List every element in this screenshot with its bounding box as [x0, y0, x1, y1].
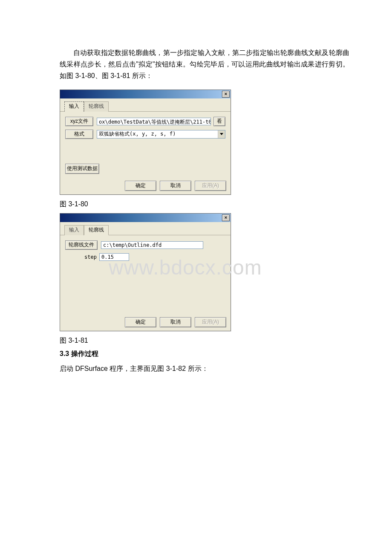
xyz-file-input[interactable]: ox\demo\TestData\等值线\逆掩断层\211-t0.dfd [97, 118, 211, 125]
tab-outline[interactable]: 轮廓线 [84, 225, 109, 235]
tab-body-outline: 轮廓线文件 c:\temp\Outline.dfd step 0.15 [60, 235, 231, 315]
chevron-down-icon[interactable] [218, 130, 225, 138]
row-step: step 0.15 [65, 253, 225, 261]
tab-input[interactable]: 输入 [64, 225, 84, 235]
tab-outline[interactable]: 轮廓线 [84, 101, 109, 112]
row-xyz: xyz文件 ox\demo\TestData\等值线\逆掩断层\211-t0.d… [65, 117, 225, 126]
view-button[interactable]: 看 [213, 117, 225, 126]
format-combo[interactable]: 双狐缺省格式(x, y, z, s, f) [97, 130, 225, 139]
close-icon[interactable]: × [222, 214, 230, 221]
titlebar: × [60, 90, 231, 98]
document-page: 自动获取指定数据轮廓曲线，第一步指定输入文献，第二步指定输出轮廓曲线文献及轮廓曲… [0, 0, 392, 467]
tab-body-input: xyz文件 ox\demo\TestData\等值线\逆掩断层\211-t0.d… [60, 112, 231, 178]
apply-button[interactable]: 应用(A) [195, 317, 226, 327]
section-title-3-3: 3.3 操作过程 [60, 350, 349, 358]
step-input[interactable]: 0.15 [99, 253, 129, 261]
tab-input[interactable]: 输入 [64, 101, 84, 112]
dialog-input: × 输入 轮廓线 xyz文件 ox\demo\TestData\等值线\逆掩断层… [60, 90, 231, 195]
use-test-data-button[interactable]: 使用测试数据 [65, 164, 99, 174]
format-button[interactable]: 格式 [65, 130, 93, 139]
row-outline-file: 轮廓线文件 c:\temp\Outline.dfd [65, 240, 225, 250]
launch-paragraph: 启动 DFSurface 程序，主界面见图 3-1-82 所示： [60, 363, 349, 374]
caption-80: 图 3-1-80 [60, 200, 349, 209]
tab-strip: 输入 轮廓线 [60, 98, 231, 112]
caption-81: 图 3-1-81 [60, 336, 349, 345]
ok-button[interactable]: 确定 [125, 317, 156, 327]
cancel-button[interactable]: 取消 [160, 181, 191, 191]
xyz-file-button[interactable]: xyz文件 [65, 117, 93, 126]
row-format: 格式 双狐缺省格式(x, y, z, s, f) [65, 130, 225, 139]
format-combo-text: 双狐缺省格式(x, y, z, s, f) [97, 130, 218, 138]
outline-file-input[interactable]: c:\temp\Outline.dfd [101, 241, 203, 249]
dialog-outline: × 输入 轮廓线 轮廓线文件 c:\temp\Outline.dfd step … [60, 213, 231, 331]
ok-button[interactable]: 确定 [125, 181, 156, 191]
intro-paragraph: 自动获取指定数据轮廓曲线，第一步指定输入文献，第二步指定输出轮廓曲线文献及轮廓曲… [60, 47, 349, 82]
step-label: step [65, 254, 99, 260]
cancel-button[interactable]: 取消 [160, 317, 191, 327]
close-icon[interactable]: × [222, 91, 230, 98]
svg-marker-0 [220, 133, 223, 135]
titlebar: × [60, 214, 231, 222]
dialog-button-row: 确定 取消 应用(A) [60, 178, 231, 194]
dialog-button-row: 确定 取消 应用(A) [60, 315, 231, 331]
tab-strip: 输入 轮廓线 [60, 222, 231, 235]
apply-button[interactable]: 应用(A) [195, 181, 226, 191]
outline-file-button[interactable]: 轮廓线文件 [65, 240, 98, 250]
